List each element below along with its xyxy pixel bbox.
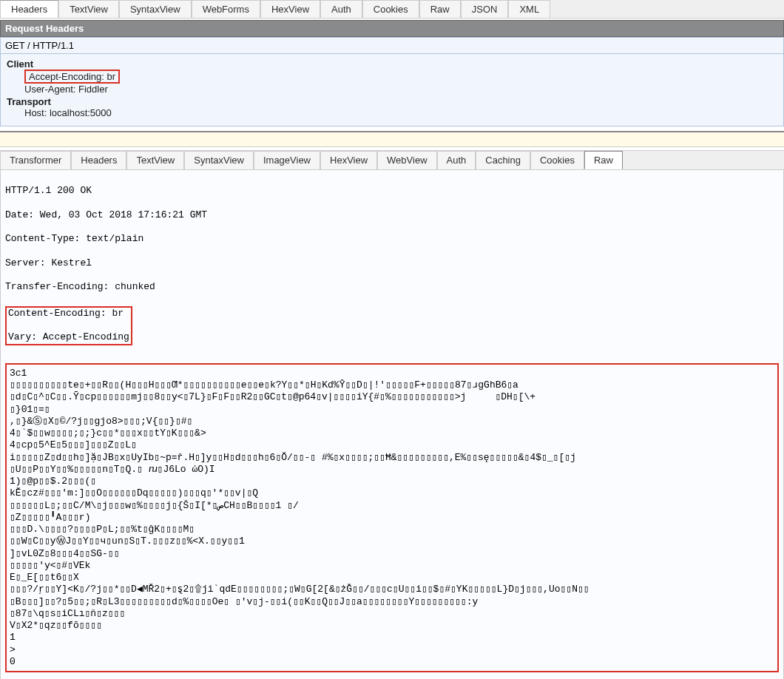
resp-status-line: HTTP/1.1 200 OK bbox=[5, 185, 779, 197]
tab-resp-headers[interactable]: Headers bbox=[71, 151, 126, 169]
resp-server-header: Server: Kestrel bbox=[5, 257, 779, 269]
host-header: Host: localhost:5000 bbox=[24, 107, 777, 118]
tab-hexview[interactable]: HexView bbox=[260, 0, 320, 18]
request-tabbar: Headers TextView SyntaxView WebForms Hex… bbox=[0, 0, 784, 18]
tab-syntaxview[interactable]: SyntaxView bbox=[119, 0, 192, 18]
resp-transfer-encoding-header: Transfer-Encoding: chunked bbox=[5, 281, 779, 293]
tab-resp-hexview[interactable]: HexView bbox=[320, 151, 377, 169]
tab-imageview[interactable]: ImageView bbox=[254, 151, 320, 169]
response-raw-area[interactable]: HTTP/1.1 200 OK Date: Wed, 03 Oct 2018 1… bbox=[0, 170, 784, 679]
tab-resp-textview[interactable]: TextView bbox=[126, 151, 184, 169]
request-line: GET / HTTP/1.1 bbox=[0, 37, 784, 54]
request-header-panel: Client Accept-Encoding: br User-Agent: F… bbox=[0, 54, 784, 126]
tab-xml[interactable]: XML bbox=[508, 0, 550, 18]
tab-textview[interactable]: TextView bbox=[58, 0, 119, 18]
resp-date-header: Date: Wed, 03 Oct 2018 17:16:21 GMT bbox=[5, 209, 779, 221]
panel-divider[interactable] bbox=[0, 131, 784, 147]
resp-body-highlight: 3c1 ▯▯▯▯▯▯▯▯▯▯te▯+▯▯R▯▯(H▯▯▯H▯▯▯Ƣ*▯▯▯▯▯▯… bbox=[5, 363, 779, 672]
resp-content-type-header: Content-Type: text/plain bbox=[5, 233, 779, 245]
tab-webforms[interactable]: WebForms bbox=[192, 0, 260, 18]
tab-headers[interactable]: Headers bbox=[0, 0, 58, 18]
resp-content-encoding-header: Content-Encoding: br bbox=[8, 308, 129, 320]
tab-resp-raw[interactable]: Raw bbox=[584, 151, 623, 169]
transport-group-label: Transport bbox=[7, 96, 777, 107]
user-agent-header: User-Agent: Fiddler bbox=[24, 84, 777, 95]
tab-caching[interactable]: Caching bbox=[476, 151, 530, 169]
tab-cookies[interactable]: Cookies bbox=[362, 0, 419, 18]
tab-json[interactable]: JSON bbox=[461, 0, 509, 18]
tab-resp-syntaxview[interactable]: SyntaxView bbox=[184, 151, 254, 169]
tab-raw[interactable]: Raw bbox=[419, 0, 461, 18]
request-headers-title: Request Headers bbox=[0, 20, 784, 37]
client-group-label: Client bbox=[7, 58, 777, 70]
resp-body-content: 3c1 ▯▯▯▯▯▯▯▯▯▯te▯+▯▯R▯▯(H▯▯▯H▯▯▯Ƣ*▯▯▯▯▯▯… bbox=[10, 368, 589, 667]
tab-auth[interactable]: Auth bbox=[320, 0, 362, 18]
tab-webview[interactable]: WebView bbox=[377, 151, 436, 169]
tab-resp-auth[interactable]: Auth bbox=[437, 151, 476, 169]
tab-resp-cookies[interactable]: Cookies bbox=[530, 151, 584, 169]
resp-encoding-highlight: Content-Encoding: br Vary: Accept-Encodi… bbox=[5, 306, 132, 345]
accept-encoding-header: Accept-Encoding: br bbox=[24, 70, 777, 84]
tab-transformer[interactable]: Transformer bbox=[0, 151, 71, 169]
resp-vary-header: Vary: Accept-Encoding bbox=[8, 331, 129, 343]
accept-encoding-highlight: Accept-Encoding: br bbox=[24, 70, 120, 84]
response-tabbar: Transformer Headers TextView SyntaxView … bbox=[0, 150, 784, 170]
